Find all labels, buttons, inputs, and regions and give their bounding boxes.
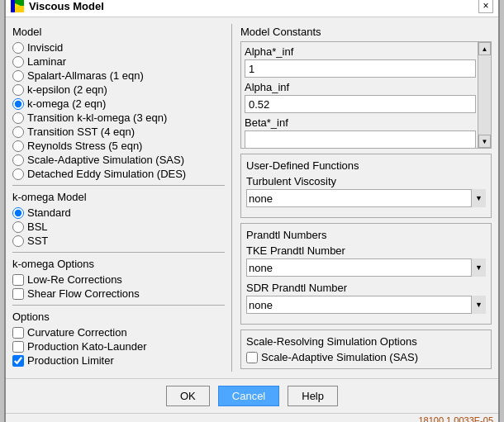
model-inviscid-radio[interactable] — [12, 42, 24, 54]
ok-button[interactable]: OK — [166, 386, 210, 406]
tke-prandtl-dropdown[interactable]: none — [246, 258, 486, 277]
production-kato[interactable]: Production Kato-Launder — [12, 340, 225, 353]
udf-section: User-Defined Functions Turbulent Viscosi… — [240, 154, 492, 218]
model-komega-radio[interactable] — [12, 98, 24, 110]
beta-star-inf-group: Beta*_inf — [245, 116, 476, 149]
separator-2 — [12, 252, 225, 253]
komega-bsl-radio[interactable] — [12, 221, 24, 233]
model-inviscid[interactable]: Inviscid — [12, 41, 225, 54]
options-checkboxes: Curvature Correction Production Kato-Lau… — [12, 326, 225, 367]
udf-title: User-Defined Functions — [246, 159, 486, 172]
komega-sst[interactable]: SST — [12, 235, 225, 247]
model-spalart-label: Spalart-Allmaras (1 eqn) — [27, 69, 144, 82]
low-re-corrections[interactable]: Low-Re Corrections — [12, 273, 225, 286]
curvature-label: Curvature Correction — [27, 326, 127, 339]
prandtl-section: Prandtl Numbers TKE Prandtl Number none … — [240, 223, 492, 325]
title-bar-left: Viscous Model — [11, 0, 104, 12]
model-des[interactable]: Detached Eddy Simulation (DES) — [12, 168, 225, 180]
right-panel: Model Constants Alpha*_inf Alpha_inf Bet… — [231, 24, 492, 372]
button-row: OK Cancel Help — [6, 378, 498, 413]
options-title: Options — [12, 311, 225, 323]
sdr-dropdown-wrapper: none ▼ — [246, 296, 486, 314]
alpha-star-inf-input[interactable] — [245, 59, 476, 78]
production-limiter-label: Production Limiter — [27, 354, 114, 367]
komega-bsl[interactable]: BSL — [12, 220, 225, 233]
model-tsst-label: Transition SST (4 eqn) — [27, 126, 135, 138]
model-tsst[interactable]: Transition SST (4 eqn) — [12, 126, 225, 138]
model-komega-label: k-omega (2 eqn) — [27, 97, 106, 110]
beta-star-inf-label: Beta*_inf — [245, 116, 476, 129]
model-des-radio[interactable] — [12, 168, 24, 180]
separator-3 — [12, 305, 225, 306]
sas-title: Scale-Resolving Simulation Options — [246, 335, 486, 348]
model-kepsilon[interactable]: k-epsilon (2 eqn) — [12, 83, 225, 96]
komega-sst-radio[interactable] — [12, 235, 24, 247]
komega-sst-label: SST — [27, 235, 48, 247]
model-laminar-radio[interactable] — [12, 56, 24, 68]
viscous-model-dialog: Viscous Model × Model Inviscid Laminar S… — [4, 0, 500, 422]
model-kepsilon-radio[interactable] — [12, 84, 24, 96]
title-bar: Viscous Model × — [6, 0, 498, 17]
low-re-checkbox[interactable] — [12, 274, 24, 286]
production-limiter[interactable]: Production Limiter — [12, 354, 225, 367]
status-bar: 18100 1.0033E-05 — [6, 413, 498, 422]
model-constants-title: Model Constants — [240, 26, 492, 38]
constants-box: Alpha*_inf Alpha_inf Beta*_inf ▲ — [240, 41, 492, 149]
model-laminar[interactable]: Laminar — [12, 55, 225, 68]
constants-inner: Alpha*_inf Alpha_inf Beta*_inf — [241, 42, 491, 149]
production-kato-checkbox[interactable] — [12, 341, 24, 353]
model-reynolds[interactable]: Reynolds Stress (5 eqn) — [12, 140, 225, 152]
model-spalart-radio[interactable] — [12, 70, 24, 82]
model-sas-radio[interactable] — [12, 154, 24, 166]
sas-checkbox[interactable] — [246, 352, 258, 363]
tke-dropdown-wrapper: none ▼ — [246, 258, 486, 277]
separator-1 — [12, 185, 225, 186]
tke-prandtl-label: TKE Prandtl Number — [246, 244, 486, 257]
close-button[interactable]: × — [478, 0, 493, 13]
model-tkl-radio[interactable] — [12, 112, 24, 124]
scroll-down-arrow[interactable]: ▼ — [478, 135, 491, 148]
dialog-body: Model Inviscid Laminar Spalart-Allmaras … — [6, 17, 498, 378]
alpha-inf-input[interactable] — [245, 95, 476, 113]
model-tkl[interactable]: Transition k-kl-omega (3 eqn) — [12, 111, 225, 124]
beta-star-inf-input[interactable] — [245, 130, 476, 149]
model-reynolds-label: Reynolds Stress (5 eqn) — [27, 140, 142, 152]
dialog-title: Viscous Model — [29, 0, 104, 12]
left-panel: Model Inviscid Laminar Spalart-Allmaras … — [12, 24, 231, 372]
komega-standard[interactable]: Standard — [12, 206, 225, 219]
model-inviscid-label: Inviscid — [27, 41, 63, 54]
app-icon — [11, 0, 24, 12]
model-sas[interactable]: Scale-Adaptive Simulation (SAS) — [12, 154, 225, 166]
constants-scrollbar: ▲ ▼ — [478, 42, 491, 148]
komega-options-checkboxes: Low-Re Corrections Shear Flow Correction… — [12, 273, 225, 300]
shear-flow-label: Shear Flow Corrections — [27, 287, 140, 300]
production-kato-label: Production Kato-Launder — [27, 340, 147, 353]
shear-flow-corrections[interactable]: Shear Flow Corrections — [12, 287, 225, 300]
cancel-button[interactable]: Cancel — [218, 386, 279, 406]
turbulent-viscosity-label: Turbulent Viscosity — [246, 175, 486, 187]
shear-flow-checkbox[interactable] — [12, 288, 24, 300]
komega-bsl-label: BSL — [27, 220, 48, 233]
prandtl-title: Prandtl Numbers — [246, 229, 486, 241]
model-reynolds-radio[interactable] — [12, 140, 24, 152]
model-komega[interactable]: k-omega (2 eqn) — [12, 97, 225, 110]
model-tsst-radio[interactable] — [12, 126, 24, 138]
sdr-prandtl-dropdown[interactable]: none — [246, 296, 486, 314]
scroll-up-arrow[interactable]: ▲ — [478, 42, 491, 55]
production-limiter-checkbox[interactable] — [12, 355, 24, 367]
curvature-correction[interactable]: Curvature Correction — [12, 326, 225, 339]
komega-options-title: k-omega Options — [12, 258, 225, 270]
turbulent-viscosity-wrapper: none ▼ — [246, 189, 486, 207]
model-tkl-label: Transition k-kl-omega (3 eqn) — [27, 111, 167, 124]
komega-model-radio-group: Standard BSL SST — [12, 206, 225, 247]
status-text: 18100 1.0033E-05 — [418, 415, 493, 422]
alpha-inf-label: Alpha_inf — [245, 81, 476, 93]
help-button[interactable]: Help — [288, 386, 338, 406]
model-radio-group: Inviscid Laminar Spalart-Allmaras (1 eqn… — [12, 41, 225, 180]
curvature-checkbox[interactable] — [12, 327, 24, 339]
komega-standard-radio[interactable] — [12, 207, 24, 219]
turbulent-viscosity-dropdown[interactable]: none — [246, 189, 486, 207]
model-spalart[interactable]: Spalart-Allmaras (1 eqn) — [12, 69, 225, 82]
sas-checkbox-item[interactable]: Scale-Adaptive Simulation (SAS) — [246, 351, 486, 363]
komega-model-title: k-omega Model — [12, 191, 225, 203]
